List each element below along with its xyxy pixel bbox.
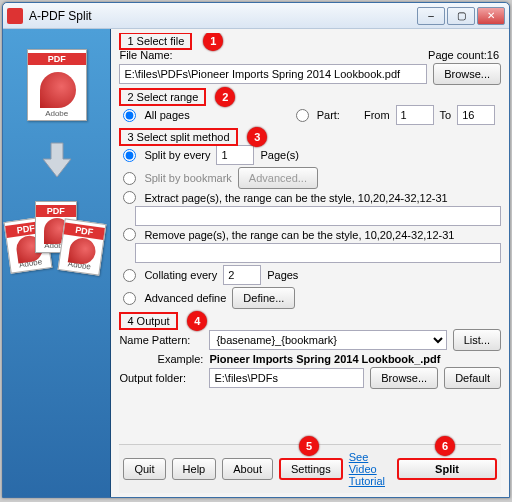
app-icon — [7, 8, 23, 24]
close-button[interactable]: ✕ — [477, 7, 505, 25]
advanced-define-radio[interactable] — [123, 292, 136, 305]
section3-heading: 3 Select split method — [119, 128, 237, 146]
name-pattern-label: Name Pattern: — [119, 334, 203, 346]
section2-heading: 2 Select range — [119, 88, 206, 106]
callout-4: 4 — [187, 311, 207, 331]
main-panel: 1 Select file 1 File Name: Page count:16… — [111, 29, 509, 497]
split-bookmark-label: Split by bookmark — [144, 172, 231, 184]
video-tutorial-link[interactable]: See Video Tutorial — [349, 451, 385, 487]
file-name-label: File Name: — [119, 49, 172, 61]
to-label: To — [440, 109, 452, 121]
part-radio[interactable] — [296, 109, 309, 122]
pages-suffix: Page(s) — [260, 149, 299, 161]
list-button[interactable]: List... — [453, 329, 501, 351]
file-name-input[interactable] — [119, 64, 427, 84]
remove-radio[interactable] — [123, 228, 136, 241]
extract-label: Extract page(s), the range can be the st… — [144, 192, 447, 204]
arrow-down-icon — [37, 139, 77, 179]
example-value: Pioneer Imports Spring 2014 Lookbook_.pd… — [209, 353, 440, 365]
output-folder-label: Output folder: — [119, 372, 203, 384]
collating-radio[interactable] — [123, 269, 136, 282]
split-bookmark-radio[interactable] — [123, 172, 136, 185]
app-window: A-PDF Split – ▢ ✕ Adobe Adobe Adobe Adob… — [2, 2, 510, 498]
callout-2: 2 — [215, 87, 235, 107]
sidebar: Adobe Adobe Adobe Adobe — [3, 29, 111, 497]
split-button[interactable]: Split — [397, 458, 497, 480]
minimize-button[interactable]: – — [417, 7, 445, 25]
pdf-result-icons: Adobe Adobe Adobe — [7, 197, 107, 287]
section4-heading: 4 Output — [119, 312, 177, 330]
output-folder-input[interactable] — [209, 368, 364, 388]
extract-input[interactable] — [135, 206, 501, 226]
collating-suffix: Pages — [267, 269, 298, 281]
advanced-define-label: Advanced define — [144, 292, 226, 304]
pdf-source-icon: Adobe — [27, 49, 87, 121]
browse-file-button[interactable]: Browse... — [433, 63, 501, 85]
section1-heading: 1 Select file — [119, 33, 192, 50]
help-button[interactable]: Help — [172, 458, 217, 480]
split-every-radio[interactable] — [123, 149, 136, 162]
footer: Quit Help About Settings 5 See Video Tut… — [119, 444, 501, 493]
from-label: From — [364, 109, 390, 121]
settings-button[interactable]: Settings — [279, 458, 343, 480]
from-input[interactable] — [396, 105, 434, 125]
page-count: Page count:16 — [428, 49, 499, 61]
default-button[interactable]: Default — [444, 367, 501, 389]
collating-label: Collating every — [144, 269, 217, 281]
browse-output-button[interactable]: Browse... — [370, 367, 438, 389]
extract-radio[interactable] — [123, 191, 136, 204]
window-title: A-PDF Split — [29, 9, 417, 23]
callout-3: 3 — [247, 127, 267, 147]
example-label: Example: — [119, 353, 203, 365]
part-label: Part: — [317, 109, 340, 121]
collating-input[interactable] — [223, 265, 261, 285]
titlebar: A-PDF Split – ▢ ✕ — [3, 3, 509, 29]
to-input[interactable] — [457, 105, 495, 125]
remove-input[interactable] — [135, 243, 501, 263]
split-every-label: Split by every — [144, 149, 210, 161]
callout-5: 5 — [299, 436, 319, 456]
name-pattern-select[interactable]: {basename}_{bookmark} — [209, 330, 446, 350]
all-pages-radio[interactable] — [123, 109, 136, 122]
quit-button[interactable]: Quit — [123, 458, 165, 480]
define-button[interactable]: Define... — [232, 287, 295, 309]
remove-label: Remove page(s), the range can be the sty… — [144, 229, 454, 241]
advanced-button[interactable]: Advanced... — [238, 167, 318, 189]
about-button[interactable]: About — [222, 458, 273, 480]
callout-6: 6 — [435, 436, 455, 456]
all-pages-label: All pages — [144, 109, 189, 121]
maximize-button[interactable]: ▢ — [447, 7, 475, 25]
split-every-input[interactable] — [216, 145, 254, 165]
